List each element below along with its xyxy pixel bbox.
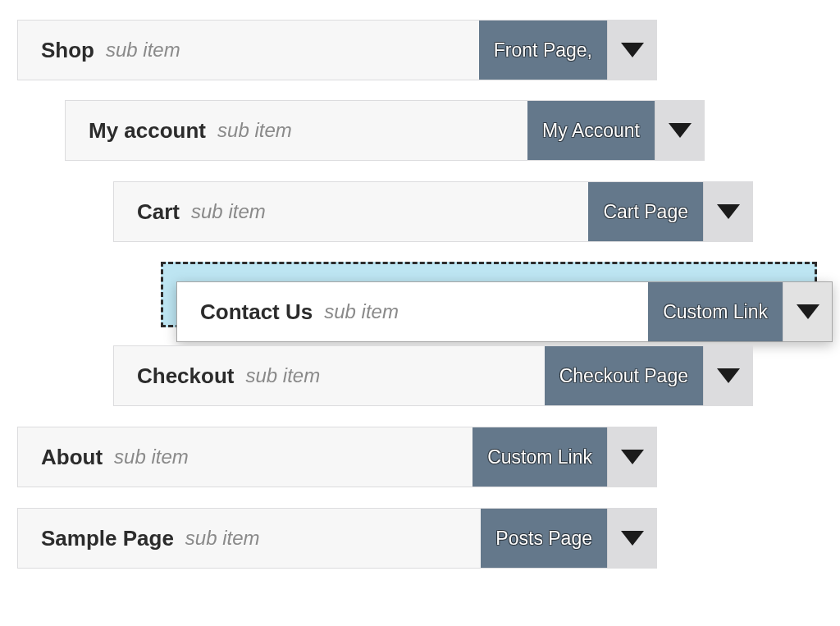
menu-item-type-badge: Custom Link: [648, 282, 783, 341]
menu-item-title: About: [41, 445, 103, 470]
menu-item-type-badge: Checkout Page: [545, 346, 703, 405]
menu-item-label-area[interactable]: Contact Us sub item: [177, 282, 648, 341]
menu-item-label-area[interactable]: Cart sub item: [114, 182, 588, 241]
menu-item-type-badge: Custom Link: [472, 427, 607, 487]
menu-item-label-area[interactable]: My account sub item: [66, 101, 527, 160]
menu-item-checkout[interactable]: Checkout sub item Checkout Page: [113, 345, 753, 406]
menu-item-about[interactable]: About sub item Custom Link: [17, 427, 657, 487]
menu-item-contact-us-dragging[interactable]: Contact Us sub item Custom Link: [176, 281, 833, 342]
menu-item-expand-button[interactable]: [607, 427, 656, 487]
menu-item-label-area[interactable]: Shop sub item: [18, 21, 479, 80]
menu-item-expand-button[interactable]: [655, 101, 704, 160]
menu-item-subtext: sub item: [191, 200, 266, 223]
menu-item-sample-page[interactable]: Sample Page sub item Posts Page: [17, 508, 657, 569]
menu-item-type-badge: My Account: [527, 101, 655, 160]
menu-item-type-badge: Posts Page: [481, 509, 607, 568]
menu-item-subtext: sub item: [114, 446, 189, 468]
menu-item-title: Cart: [137, 199, 180, 225]
menu-item-label-area[interactable]: Sample Page sub item: [18, 509, 481, 568]
menu-item-title: My account: [89, 118, 206, 144]
menu-item-cart[interactable]: Cart sub item Cart Page: [113, 181, 753, 242]
menu-item-subtext: sub item: [324, 300, 399, 323]
menu-item-title: Sample Page: [41, 526, 174, 551]
chevron-down-icon: [669, 123, 692, 138]
chevron-down-icon: [621, 531, 644, 546]
chevron-down-icon: [621, 43, 644, 57]
menu-item-type-badge: Cart Page: [588, 182, 703, 241]
menu-item-expand-button[interactable]: [783, 282, 832, 341]
menu-item-title: Shop: [41, 38, 94, 63]
menu-item-label-area[interactable]: About sub item: [18, 427, 472, 487]
chevron-down-icon: [621, 450, 644, 464]
menu-item-label-area[interactable]: Checkout sub item: [114, 346, 545, 405]
menu-item-expand-button[interactable]: [607, 509, 656, 568]
chevron-down-icon: [797, 304, 819, 319]
menu-item-subtext: sub item: [185, 527, 260, 550]
menu-item-expand-button[interactable]: [607, 21, 656, 80]
chevron-down-icon: [717, 368, 740, 383]
menu-item-title: Checkout: [137, 363, 234, 389]
menu-item-title: Contact Us: [200, 299, 313, 325]
menu-item-subtext: sub item: [245, 364, 320, 387]
menu-item-subtext: sub item: [217, 119, 292, 142]
menu-item-expand-button[interactable]: [703, 346, 752, 405]
chevron-down-icon: [717, 204, 740, 219]
menu-item-my-account[interactable]: My account sub item My Account: [65, 100, 705, 161]
menu-item-expand-button[interactable]: [703, 182, 752, 241]
menu-item-shop[interactable]: Shop sub item Front Page,: [17, 20, 657, 80]
menu-item-subtext: sub item: [106, 39, 180, 62]
menu-item-type-badge: Front Page,: [479, 21, 607, 80]
